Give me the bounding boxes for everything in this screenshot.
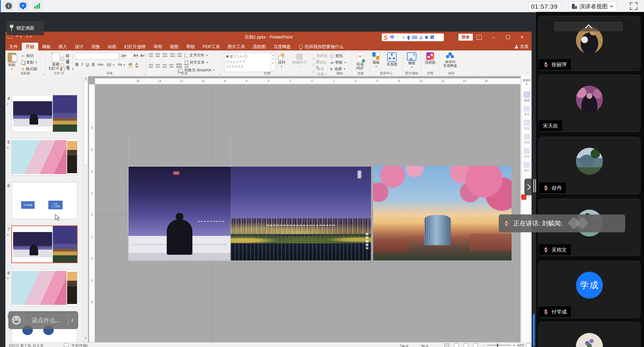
resource-panel-title[interactable]: 资源库 ▾: [522, 79, 532, 85]
slide-thumbnail-4[interactable]: [12, 95, 77, 132]
bold-button[interactable]: B: [75, 62, 78, 67]
ribbon-display-options-button[interactable]: ↑: [475, 34, 483, 40]
italic-button[interactable]: I: [81, 62, 83, 67]
panel-drag-handle[interactable]: [533, 179, 534, 192]
ime-account-icon[interactable]: [419, 36, 423, 39]
network-quality-button[interactable]: [32, 1, 43, 11]
decrease-indent-button[interactable]: [163, 53, 167, 57]
tab-home[interactable]: 开始: [22, 43, 38, 50]
login-button[interactable]: 登录: [458, 34, 473, 41]
find-button[interactable]: 查找: [331, 53, 343, 59]
zoom-level[interactable]: 42%: [517, 343, 524, 347]
copy-button[interactable]: 复制 ▼: [21, 60, 38, 65]
close-small-icon[interactable]: ×: [528, 195, 530, 199]
tab-design[interactable]: 设计: [71, 43, 87, 50]
shadow-button[interactable]: S: [92, 62, 95, 67]
spellcheck-icon[interactable]: [64, 343, 69, 347]
ime-language-indicator[interactable]: 中: [390, 34, 395, 41]
share-button[interactable]: 共享: [515, 43, 529, 50]
tell-me-box[interactable]: 告诉我你想要做什么: [295, 43, 348, 50]
tab-pdf-tools[interactable]: PDF工具: [199, 43, 224, 50]
slide-photo-blossom-campus[interactable]: [373, 166, 512, 260]
dialog-launcher-icon[interactable]: ↘: [219, 73, 221, 76]
change-case-button[interactable]: Aa ▼: [118, 62, 126, 67]
emoji-icon[interactable]: [12, 316, 21, 325]
resource-item-planning[interactable]: 策划: [522, 134, 532, 145]
relation-diagram-button[interactable]: 关系图: [387, 52, 397, 67]
comments-button[interactable]: ▪ 批注: [421, 343, 422, 347]
collapse-chat-icon[interactable]: ‹: [71, 316, 75, 324]
tab-slideshow[interactable]: 幻灯片放映: [120, 43, 150, 50]
tab-flowchart[interactable]: 流程图: [249, 43, 270, 50]
chat-input-placeholder[interactable]: 说点什么...: [27, 316, 65, 324]
cut-button[interactable]: ✂剪切: [21, 53, 33, 59]
ime-skin-icon[interactable]: [425, 36, 428, 39]
fit-slide-button[interactable]: [526, 343, 531, 347]
security-button[interactable]: [17, 1, 29, 11]
justify-button[interactable]: [169, 64, 174, 67]
ime-toolbar[interactable]: S 中 °, ☺ ⌨: [382, 33, 444, 41]
panel-expander-button[interactable]: [524, 179, 532, 195]
font-grow-shrink[interactable]: A˄A˅: [133, 53, 145, 58]
slide-sorter-view-button[interactable]: [454, 343, 459, 347]
replace-button[interactable]: ab替换 ▼: [331, 60, 346, 65]
highlight-button[interactable]: ab: [129, 62, 132, 67]
participant-tile[interactable]: 徐丽萍: [538, 16, 640, 71]
numbering-button[interactable]: [156, 53, 160, 57]
paste-button[interactable]: 粘贴 ▼: [8, 53, 16, 70]
template-button[interactable]: 模板 ▼: [372, 52, 380, 68]
shrink-font-icon[interactable]: A˅: [140, 54, 144, 57]
tab-transitions[interactable]: 切换: [87, 43, 104, 50]
to-pdf-button[interactable]: 转成PDF: [356, 52, 364, 71]
ime-emoji-icon[interactable]: ☺: [401, 36, 405, 39]
align-center-button[interactable]: [156, 64, 160, 67]
tab-help[interactable]: 帮助: [183, 43, 199, 50]
slide-canvas[interactable]: 16 14 12 10 8 6 4 2 0 2 4 6 8 10 12 14 1…: [88, 76, 521, 342]
slide-photo-city-night[interactable]: [231, 167, 371, 260]
normal-view-button[interactable]: [444, 343, 449, 347]
bullets-button[interactable]: [149, 53, 153, 57]
font-color-button[interactable]: A: [135, 62, 138, 67]
participant-tile[interactable]: @丹: [538, 137, 640, 194]
tab-baidu-pan[interactable]: 百度网盘: [270, 43, 295, 50]
resource-item-party[interactable]: 党政: [522, 120, 532, 130]
grow-font-icon[interactable]: A˄: [133, 53, 138, 58]
strikethrough-button[interactable]: abe: [98, 62, 104, 67]
tab-picture-tools[interactable]: 图片工具: [224, 43, 249, 50]
save-to-baidu-button[interactable]: 保存到百度网盘: [443, 52, 457, 68]
participant-tile[interactable]: 学成 付学成: [538, 261, 640, 318]
columns-button[interactable]: [176, 64, 182, 68]
beautify-plugin-icon[interactable]: [521, 194, 526, 200]
text-direction-button[interactable]: 文字方向 ▼: [185, 53, 208, 58]
increase-indent-button[interactable]: [170, 53, 175, 57]
collapse-ribbon-icon[interactable]: ⌃: [527, 72, 529, 75]
align-right-button[interactable]: [163, 64, 167, 67]
scrollbar-thumb[interactable]: [84, 81, 88, 165]
zoom-out-button[interactable]: −: [483, 343, 485, 347]
close-button[interactable]: ×: [518, 34, 526, 40]
info-button[interactable]: i: [3, 1, 14, 11]
reading-view-button[interactable]: [464, 343, 468, 347]
flowchart-button[interactable]: 流程图: [425, 52, 435, 65]
zoom-in-button[interactable]: +: [513, 343, 515, 347]
retouch-button[interactable]: 修图 ▼: [407, 52, 416, 69]
participant-tile[interactable]: 宋天欣: [538, 75, 640, 132]
dialog-launcher-icon[interactable]: ↘: [324, 73, 326, 76]
arrange-button[interactable]: 排列 ▼: [278, 53, 285, 68]
char-spacing-button[interactable]: A̲V̲ ▼: [106, 62, 115, 67]
tab-insert[interactable]: 插入: [55, 43, 71, 50]
resource-item-education[interactable]: 教育: [522, 106, 532, 116]
tab-file[interactable]: 文件: [5, 43, 22, 50]
panel-scrollbar-thumb[interactable]: [533, 314, 535, 346]
thumbnail-scrollbar[interactable]: ▲ ▼: [83, 76, 88, 342]
selection-outline[interactable]: [128, 166, 231, 261]
notes-button[interactable]: ≡ 备注: [400, 343, 402, 347]
slide-thumbnail-5[interactable]: [12, 139, 77, 175]
language-indicator[interactable]: 中文(中国): [72, 343, 88, 347]
ime-voice-icon[interactable]: [407, 36, 410, 39]
shapes-gallery[interactable]: ▣▥╲╲▭◯▢△┐┌⇨⇩○⌇)∿{}: [224, 53, 273, 72]
participant-tile[interactable]: [538, 322, 640, 347]
tab-template[interactable]: 模板: [38, 43, 55, 50]
tab-view[interactable]: 视图: [166, 43, 183, 50]
minimize-button[interactable]: ─: [490, 34, 497, 40]
